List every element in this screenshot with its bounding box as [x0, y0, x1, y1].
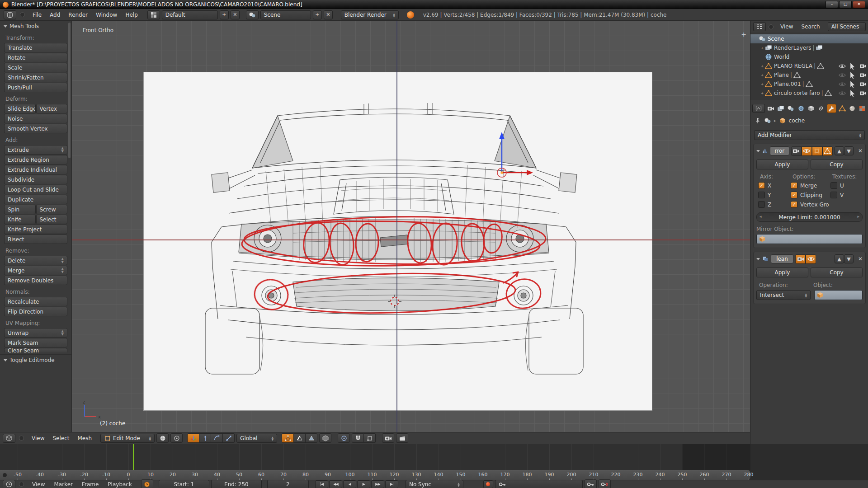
prev-keyframe-button[interactable]: ◀◀	[329, 480, 342, 488]
limit-selection-visible-button[interactable]	[319, 433, 331, 443]
tool-button-loop-cut-and-slide[interactable]: Loop Cut and Slide	[4, 185, 67, 194]
tool-button-clear-seam[interactable]: Clear Seam	[4, 348, 67, 352]
tool-button-vertex[interactable]: Vertex	[36, 104, 68, 113]
tool-button-translate[interactable]: Translate	[4, 43, 67, 52]
tool-button-knife[interactable]: Knife	[4, 215, 36, 224]
snap-element-select[interactable]	[364, 433, 376, 443]
merge-limit-slider[interactable]: ◂ Merge Limit: 0.001000 ▸	[756, 212, 863, 222]
render-opengl-button[interactable]	[382, 433, 394, 443]
copy-button[interactable]: Copy	[811, 160, 863, 169]
proportional-edit-button[interactable]	[338, 433, 350, 443]
visibility-eye-icon[interactable]	[839, 81, 846, 87]
view3d-menu-select[interactable]: Select	[48, 434, 73, 442]
expander-icon[interactable]: ＋	[760, 45, 765, 51]
tool-button-mark-seam[interactable]: Mark Seam	[4, 338, 67, 347]
delete-keyframe-button[interactable]	[599, 479, 611, 488]
start-frame-field[interactable]: Start: 1	[159, 480, 209, 488]
outliner-row-circulo-corte-faro[interactable]: ＋circulo corte faro|	[750, 89, 868, 98]
viewport-shading-select[interactable]	[156, 433, 169, 443]
edge-select-mode-button[interactable]	[294, 433, 306, 443]
tool-button-extrude-individual[interactable]: Extrude Individual	[4, 165, 67, 174]
properties-tab-render-layers[interactable]	[776, 104, 785, 113]
add-modifier-dropdown[interactable]: Add Modifier ▲▼	[754, 130, 865, 140]
modifier-delete-icon[interactable]: ✕	[858, 148, 863, 154]
collapse-menus-icon[interactable]	[769, 24, 774, 29]
info-menu-add[interactable]: Add	[46, 11, 64, 19]
play-button[interactable]: ▶	[357, 480, 370, 488]
tool-button-noise[interactable]: Noise	[4, 114, 67, 123]
expander-icon[interactable]: ＋	[760, 72, 765, 78]
editor-type-button[interactable]	[4, 10, 16, 19]
tool-button-rotate[interactable]: Rotate	[4, 53, 67, 62]
tool-button-remove-doubles[interactable]: Remove Doubles	[4, 276, 67, 285]
tool-button-screw[interactable]: Screw	[36, 205, 68, 214]
play-reverse-button[interactable]: ◀	[343, 480, 356, 488]
outliner-row-renderlayers[interactable]: ＋RenderLayers|	[750, 43, 868, 52]
tool-button-shrink-fatten[interactable]: Shrink/Fatten	[4, 73, 67, 82]
tool-button-subdivide[interactable]: Subdivide	[4, 175, 67, 184]
collapse-menus-icon[interactable]	[20, 12, 25, 17]
viewport-3d[interactable]: x z Front Ortho (2) coche +	[72, 21, 750, 432]
tool-button-recalculate[interactable]: Recalculate	[4, 297, 67, 306]
sync-mode-select[interactable]: No Sync ▲▼	[406, 480, 463, 488]
boolean-object-field[interactable]	[814, 290, 863, 300]
outliner-row-scene[interactable]: Scene	[750, 34, 868, 43]
tool-button-push-pull[interactable]: Push/Pull	[4, 83, 67, 92]
timeline-menu-playback[interactable]: Playback	[103, 481, 137, 488]
expander-icon[interactable]: ＋	[760, 81, 765, 87]
tool-button-extrude-region[interactable]: Extrude Region	[4, 155, 67, 164]
stepper-icon[interactable]: ▲▼	[61, 147, 64, 153]
renderability-camera-icon[interactable]	[859, 63, 867, 69]
modifier-render-toggle[interactable]	[791, 146, 802, 156]
pivot-point-select[interactable]	[170, 433, 183, 443]
manipulator-toggle[interactable]	[187, 433, 199, 443]
mode-select[interactable]: Edit Mode ▲▼	[100, 434, 155, 443]
timeline-ruler[interactable]: -50-40-30-20-100102030405060708090100110…	[0, 470, 750, 480]
info-menu-file[interactable]: File	[28, 11, 46, 19]
operation-select[interactable]: Intersect ▲▼	[756, 290, 811, 300]
add-scene-button[interactable]: +	[313, 10, 322, 19]
minimize-button[interactable]: –	[826, 1, 838, 8]
axis-checkbox-y[interactable]: Y	[758, 192, 791, 198]
timeline-menu-frame[interactable]: Frame	[77, 481, 103, 488]
selectability-cursor-icon[interactable]	[849, 81, 856, 87]
tool-button-smooth-vertex[interactable]: Smooth Vertex	[4, 124, 67, 133]
region-expand-icon[interactable]: +	[741, 31, 746, 38]
delete-layout-button[interactable]: ✕	[231, 10, 240, 19]
stepper-icon[interactable]: ▲▼	[61, 267, 64, 274]
editor-type-button[interactable]	[752, 104, 765, 113]
visibility-eye-icon[interactable]	[839, 63, 846, 69]
visibility-eye-icon[interactable]	[839, 72, 846, 78]
outliner-menu-view[interactable]: View	[776, 23, 797, 31]
textures-checkbox-v[interactable]: V	[830, 192, 844, 198]
info-menu-window[interactable]: Window	[92, 11, 121, 19]
tool-button-delete[interactable]: Delete▲▼	[4, 256, 67, 265]
add-layout-button[interactable]: +	[220, 10, 229, 19]
outliner-row-plano-regla[interactable]: ＋PLANO REGLA|	[750, 61, 868, 70]
tool-button-flip-direction[interactable]: Flip Direction	[4, 307, 67, 316]
translate-manipulator-button[interactable]	[199, 433, 211, 443]
snap-toggle-button[interactable]	[352, 433, 364, 443]
scene-field[interactable]: Scene	[260, 10, 311, 19]
properties-tab-render[interactable]	[766, 104, 775, 113]
end-frame-field[interactable]: End: 250	[211, 480, 262, 488]
expander-icon[interactable]: ＋	[760, 63, 765, 69]
tool-button-scale[interactable]: Scale	[4, 63, 67, 72]
tool-button-bisect[interactable]: Bisect	[4, 235, 67, 244]
tool-button-unwrap[interactable]: Unwrap▲▼	[4, 328, 67, 338]
renderability-camera-icon[interactable]	[859, 90, 867, 96]
stepper-icon[interactable]: ▲▼	[61, 330, 64, 336]
modifier-viewport-toggle[interactable]	[806, 254, 816, 264]
close-button[interactable]: ✕	[853, 1, 865, 8]
next-keyframe-button[interactable]: ▶▶	[371, 480, 384, 488]
jump-to-start-button[interactable]: |◀	[315, 480, 328, 488]
tool-button-knife-project[interactable]: Knife Project	[4, 225, 67, 234]
current-frame-field[interactable]: 2	[267, 480, 309, 488]
properties-tab-object-data[interactable]	[838, 104, 846, 113]
info-menu-help[interactable]: Help	[121, 11, 142, 19]
mirror-object-field[interactable]	[756, 234, 863, 244]
properties-tab-modifiers[interactable]	[827, 104, 836, 113]
apply-button[interactable]: Apply	[756, 160, 808, 169]
face-select-mode-button[interactable]	[306, 433, 317, 443]
properties-tab-object[interactable]	[807, 104, 815, 113]
